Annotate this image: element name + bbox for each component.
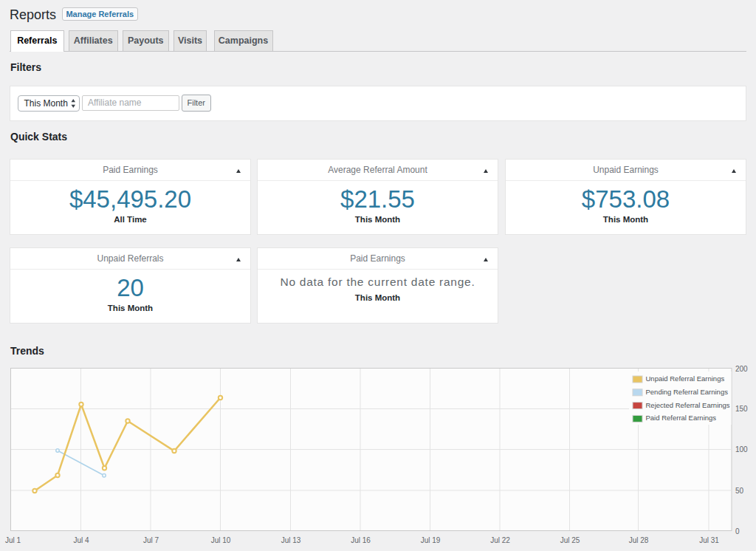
- svg-text:Jul 10: Jul 10: [211, 536, 231, 544]
- svg-text:Paid Referral Earnings: Paid Referral Earnings: [646, 414, 717, 422]
- svg-text:Unpaid Referral Earnings: Unpaid Referral Earnings: [646, 374, 725, 383]
- svg-text:0: 0: [735, 527, 740, 535]
- svg-text:Jul 16: Jul 16: [351, 536, 371, 544]
- svg-text:100: 100: [735, 445, 748, 454]
- svg-text:Jul 22: Jul 22: [490, 536, 510, 544]
- svg-text:Jul 25: Jul 25: [560, 536, 580, 544]
- svg-text:Jul 13: Jul 13: [281, 536, 301, 544]
- svg-text:Pending Referral Earnings: Pending Referral Earnings: [646, 388, 729, 396]
- svg-text:Jul 7: Jul 7: [143, 536, 159, 544]
- svg-text:Jul 1: Jul 1: [5, 536, 21, 544]
- svg-text:200: 200: [735, 365, 748, 373]
- svg-text:50: 50: [735, 487, 744, 495]
- svg-text:150: 150: [735, 405, 748, 413]
- svg-text:Jul 19: Jul 19: [421, 536, 441, 544]
- svg-text:Rejected Referral Earnings: Rejected Referral Earnings: [646, 401, 730, 409]
- svg-text:Jul 28: Jul 28: [629, 536, 649, 544]
- svg-text:Jul 31: Jul 31: [699, 536, 719, 544]
- svg-text:Jul 4: Jul 4: [73, 536, 89, 544]
